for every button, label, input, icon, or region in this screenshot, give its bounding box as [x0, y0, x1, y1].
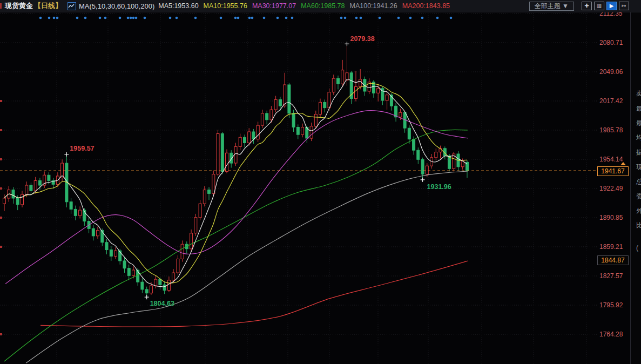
price-axis-label: 2017.42 [599, 97, 623, 105]
grid-lines [0, 13, 597, 364]
event-dot[interactable] [169, 17, 172, 19]
price-axis-label: 1859.21 [599, 243, 623, 251]
price-axis-label: 2049.06 [599, 68, 623, 76]
header-toolbar: 全部主题 ▼ ✚ ▥ ▶ ↦ [529, 2, 629, 11]
event-dot[interactable] [409, 17, 412, 19]
event-dot[interactable] [248, 17, 251, 19]
extreme-price-label: 1931.96 [427, 183, 451, 191]
event-dot[interactable] [251, 17, 254, 19]
extreme-price-label: 1804.63 [150, 300, 174, 307]
event-dot[interactable] [144, 17, 146, 19]
event-dot[interactable] [285, 17, 288, 19]
event-dot[interactable] [220, 17, 222, 19]
clipped-panel-text: 委 [636, 192, 641, 201]
clipped-panel-text: 比 [636, 221, 641, 230]
ma60-value: MA60:1985.78 [301, 2, 345, 10]
ma5-value: MA5:1953.60 [158, 2, 198, 10]
event-dot[interactable] [237, 17, 240, 19]
ma100-value: MA100:1941.26 [350, 2, 397, 10]
price-axis-label: 1795.92 [599, 301, 623, 309]
price-axis-label: 1764.28 [599, 331, 623, 338]
event-dot[interactable] [176, 17, 178, 19]
price-axis: 2112.352080.712049.062017.421985.781954.… [597, 0, 630, 364]
ma-line-ma200 [41, 261, 468, 327]
candlestick-chart[interactable]: 1959.572079.381931.961804.63 [0, 0, 641, 364]
collapsed-quote-panel-strip[interactable]: 卖最最均振现总委外比( [630, 0, 641, 364]
crosshair-icon[interactable]: ✚ [582, 2, 592, 10]
event-dot[interactable] [48, 17, 51, 19]
event-dot[interactable] [39, 17, 42, 19]
event-dot[interactable] [344, 17, 347, 19]
event-dot[interactable] [135, 17, 138, 19]
left-axis-remnants [0, 100, 2, 335]
event-dots [39, 17, 453, 19]
price-up-caret-icon [620, 162, 626, 165]
event-dot[interactable] [436, 17, 439, 19]
price-axis-label: 1890.85 [599, 214, 623, 221]
ma10-value: MA10:1955.76 [204, 2, 247, 10]
event-dot[interactable] [127, 17, 130, 19]
extreme-price-label: 1959.57 [70, 145, 94, 152]
clipped-panel-text: ( [636, 244, 638, 252]
price-axis-label: 1954.14 [599, 156, 623, 163]
clipped-panel-text: 外 [636, 206, 641, 215]
event-dot[interactable] [397, 17, 400, 19]
left-edge-marker [0, 3, 2, 9]
event-dot[interactable] [360, 17, 362, 19]
clipped-panel-text: 卖 [636, 89, 641, 98]
event-dot[interactable] [130, 17, 132, 19]
event-dot[interactable] [379, 17, 381, 19]
event-dot[interactable] [84, 17, 87, 19]
event-dot[interactable] [53, 17, 56, 19]
theme-dropdown-label: 全部主题 [535, 2, 561, 10]
period-label: 【日线】 [34, 1, 62, 11]
event-dot[interactable] [132, 17, 135, 19]
event-dot[interactable] [263, 17, 266, 19]
event-dot[interactable] [450, 17, 453, 19]
mini-chart-icon[interactable] [68, 2, 76, 10]
event-dot[interactable] [119, 17, 122, 19]
event-dot[interactable] [234, 17, 237, 19]
theme-dropdown[interactable]: 全部主题 ▼ [529, 2, 574, 11]
event-dot[interactable] [340, 17, 343, 19]
extreme-price-label: 2079.38 [350, 35, 374, 43]
event-dot[interactable] [104, 17, 107, 19]
ma200-value: MA200:1843.85 [402, 2, 450, 10]
event-dot[interactable] [355, 17, 358, 19]
event-dot[interactable] [421, 17, 424, 19]
price-axis-label: 2080.71 [599, 39, 623, 46]
price-axis-label: 1922.49 [599, 185, 623, 192]
trading-app-window: { "header": { "title": "现货黄金", "period":… [0, 0, 641, 364]
event-dot[interactable] [56, 17, 59, 19]
symbol-title: 现货黄金 [5, 1, 33, 11]
clipped-panel-text: 最 [636, 104, 641, 113]
chart-header-bar: 现货黄金 【日线】 MA(5,10,30,60,100,200) MA5:195… [0, 0, 641, 12]
scale-settings-icon[interactable]: ▥ [594, 2, 604, 10]
ma-line-ma10 [4, 83, 467, 283]
pan-out-icon[interactable]: ↦ [619, 2, 629, 10]
clipped-panel-text: 均 [636, 133, 641, 143]
ma30-value: MA30:1977.07 [252, 2, 296, 10]
clipped-panel-text: 最 [636, 119, 641, 128]
ma-line-ma30 [5, 111, 468, 284]
current-price-badge: 1941.67 [597, 166, 629, 176]
event-dot[interactable] [99, 17, 102, 19]
chevron-down-icon: ▼ [562, 2, 569, 10]
ma-line-ma5 [4, 79, 467, 287]
clipped-panel-text: 振 [636, 148, 641, 157]
event-dot[interactable] [276, 17, 279, 19]
alert-price-badge: 1844.87 [597, 255, 629, 265]
event-dot[interactable] [194, 17, 197, 19]
price-axis-label: 1985.78 [599, 126, 623, 134]
clipped-panel-text: 现 [636, 163, 641, 172]
event-dot[interactable] [291, 17, 294, 19]
clipped-panel-text: 总 [636, 177, 641, 186]
ma-settings-label[interactable]: MA(5,10,30,60,100,200) [79, 2, 154, 10]
event-dot[interactable] [76, 17, 79, 19]
playback-icon[interactable]: ▶ [606, 2, 617, 10]
price-annotations: 1959.572079.381931.961804.63 [64, 35, 451, 307]
price-axis-label: 1827.57 [599, 272, 623, 280]
